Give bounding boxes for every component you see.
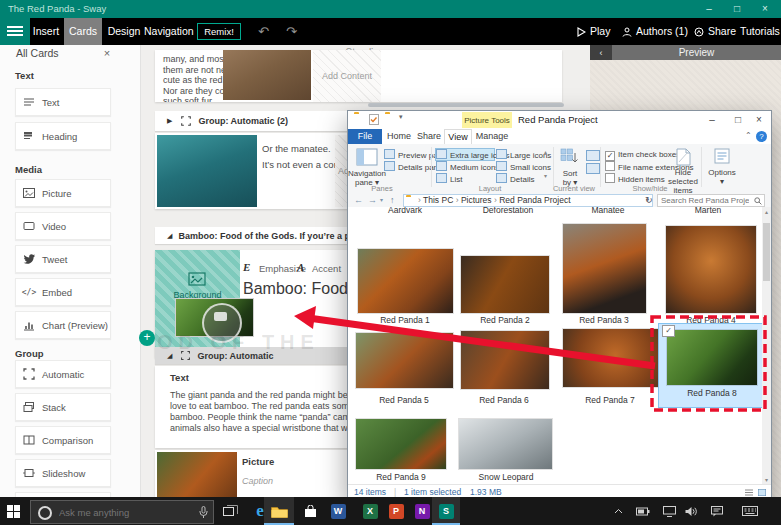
sway-close-button[interactable]: ×: [753, 0, 777, 18]
layout-medium-icons[interactable]: Medium icons: [436, 161, 499, 172]
tray-touch-keyboard-button[interactable]: [736, 497, 764, 525]
tray-network-button[interactable]: [658, 497, 680, 525]
file-thumbnail[interactable]: [563, 329, 658, 387]
file-label[interactable]: Red Panda 2: [455, 315, 555, 325]
tutorials-button[interactable]: Tutorials: [740, 18, 780, 45]
hide-selected-items-button[interactable]: Hide selecteditems: [660, 168, 706, 195]
bamboo-heading[interactable]: Bamboo: Food o: [243, 280, 361, 298]
file-label[interactable]: Snow Leopard: [456, 472, 556, 482]
sway-maximize-button[interactable]: □: [725, 0, 749, 18]
menu-design[interactable]: Design: [104, 18, 144, 45]
redo-button[interactable]: ↷: [286, 18, 297, 45]
details-pane-button[interactable]: Details pane: [384, 161, 442, 172]
taskbar-word-button[interactable]: W: [324, 497, 352, 525]
menu-navigation[interactable]: Navigation: [144, 18, 190, 45]
explorer-close-button[interactable]: ×: [747, 111, 771, 129]
options-button[interactable]: Options▾: [706, 168, 738, 186]
item-check-boxes-checkbox[interactable]: ✓Item check boxes: [605, 149, 680, 160]
file-label[interactable]: Red Panda 8: [662, 388, 762, 398]
file-thumbnail[interactable]: [358, 249, 453, 313]
navigation-pane-icon[interactable]: [356, 148, 378, 168]
ribbon-collapse-icon[interactable]: ⌃: [745, 131, 752, 140]
remix-button[interactable]: Remix!: [197, 23, 241, 40]
file-thumbnail[interactable]: [459, 419, 552, 469]
emphasize-icon[interactable]: E: [243, 261, 250, 273]
file-label[interactable]: Red Panda 7: [560, 395, 660, 405]
back-icon[interactable]: ←: [354, 193, 363, 207]
authors-button[interactable]: Authors (1): [622, 18, 688, 45]
taskbar-file-explorer-button[interactable]: [264, 497, 294, 525]
file-label-partial[interactable]: Aardvark: [355, 207, 455, 215]
breadcrumb-pictures[interactable]: Pictures: [461, 195, 492, 205]
share-button[interactable]: Share: [694, 18, 736, 45]
tab-file[interactable]: File: [348, 129, 382, 144]
menu-insert[interactable]: Insert: [28, 18, 64, 45]
file-thumbnail[interactable]: [356, 419, 446, 469]
sidebar-item-stack[interactable]: Stack: [15, 393, 111, 421]
taskbar-sway-button[interactable]: S: [432, 497, 460, 525]
hidden-items-checkbox[interactable]: Hidden items: [605, 173, 665, 184]
file-label[interactable]: Red Panda 9: [351, 472, 451, 482]
undo-button[interactable]: ↶: [258, 18, 269, 45]
help-icon[interactable]: ?: [756, 131, 767, 142]
file-label[interactable]: Red Panda 5: [354, 395, 454, 405]
layout-scroll-down-icon[interactable]: ▾: [544, 172, 547, 179]
explorer-scrollbar[interactable]: ▴ ▾: [762, 207, 771, 484]
layout-extra-large-icons[interactable]: Extra large icons: [435, 148, 495, 161]
story-card-aardvark[interactable]: many, and most of them are not nearly as…: [155, 50, 562, 102]
accent-button[interactable]: Accent: [312, 263, 341, 274]
accent-icon[interactable]: A: [297, 261, 304, 273]
tray-action-center-button[interactable]: [706, 497, 728, 525]
file-thumbnail[interactable]: [563, 224, 646, 313]
up-icon[interactable]: ↑: [390, 193, 395, 207]
microphone-icon[interactable]: [199, 506, 208, 518]
layout-scroll-up-icon[interactable]: ▴: [544, 148, 547, 155]
sidebar-close-icon[interactable]: ×: [100, 45, 114, 61]
tab-manage[interactable]: Manage: [472, 129, 512, 144]
file-label[interactable]: Red Panda 1: [355, 315, 455, 325]
explorer-minimize-button[interactable]: –: [700, 111, 724, 129]
hide-selected-items-icon[interactable]: [676, 148, 691, 166]
expand-icon[interactable]: ▶: [167, 117, 172, 125]
sidebar-item-automatic[interactable]: Automatic: [15, 360, 111, 388]
explorer-search-input[interactable]: [661, 195, 749, 206]
file-label-partial[interactable]: Deforestation: [458, 207, 558, 215]
breadcrumb-this-pc[interactable]: This PC: [423, 195, 453, 205]
breadcrumb-current-folder[interactable]: Red Panda Project: [499, 195, 570, 205]
sidebar-item-chart[interactable]: Chart (Preview): [15, 311, 111, 339]
qat-properties-icon[interactable]: [369, 114, 379, 125]
sidebar-item-video[interactable]: Video: [15, 212, 111, 240]
file-label[interactable]: Red Panda 6: [454, 395, 554, 405]
task-view-button[interactable]: [216, 497, 244, 525]
scroll-up-icon[interactable]: ▴: [762, 208, 771, 215]
layout-list[interactable]: List: [436, 173, 462, 184]
layout-details[interactable]: Details: [496, 173, 534, 184]
caption-placeholder[interactable]: Caption: [242, 476, 273, 486]
sway-minimize-button[interactable]: –: [697, 0, 721, 18]
tray-battery-button[interactable]: [632, 497, 654, 525]
file-label-partial[interactable]: Manatee: [558, 207, 658, 215]
qat-dropdown-icon[interactable]: ▾: [399, 113, 403, 121]
taskbar-excel-button[interactable]: X: [356, 497, 384, 525]
collapse-icon[interactable]: ◢: [167, 232, 172, 240]
file-thumbnail[interactable]: [461, 256, 549, 313]
tab-share[interactable]: Share: [414, 129, 444, 144]
breadcrumb[interactable]: › This PC › Pictures › Red Panda Project…: [403, 194, 653, 207]
start-button[interactable]: [0, 497, 26, 525]
refresh-icon[interactable]: ↻: [645, 194, 653, 206]
storyline-scrollbar[interactable]: [368, 103, 564, 107]
hamburger-menu-button[interactable]: [0, 18, 30, 45]
scroll-down-icon[interactable]: ▾: [762, 476, 771, 483]
file-thumbnail[interactable]: [461, 331, 549, 389]
tab-home[interactable]: Home: [384, 129, 414, 144]
selection-checkbox[interactable]: ✓: [662, 325, 675, 337]
menu-cards[interactable]: Cards: [64, 18, 102, 45]
collapse-icon-2[interactable]: ◢: [167, 352, 172, 360]
insert-card-button[interactable]: +: [139, 330, 155, 346]
group-by-icon[interactable]: [586, 150, 600, 161]
scrollbar-thumb[interactable]: [763, 223, 770, 281]
explorer-search-box[interactable]: [657, 194, 765, 207]
picture-tools-tab[interactable]: Picture Tools: [462, 112, 512, 128]
sidebar-item-embed[interactable]: </> Embed: [15, 278, 111, 306]
taskbar-powerpoint-button[interactable]: P: [382, 497, 410, 525]
